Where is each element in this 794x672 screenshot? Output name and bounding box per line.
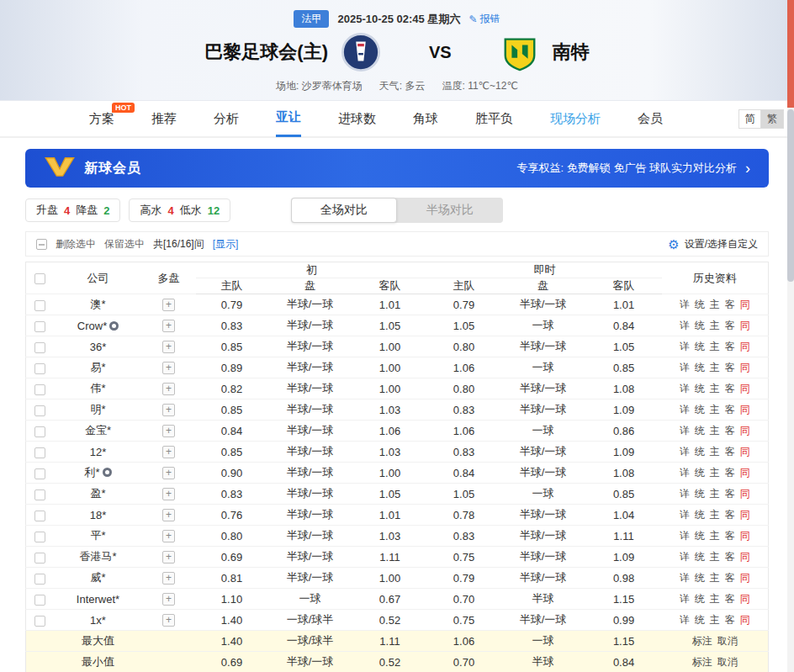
history-link[interactable]: 统 [695, 467, 705, 479]
history-link[interactable]: 同 [740, 593, 750, 605]
history-link[interactable]: 客 [725, 362, 735, 373]
scrollbar-thumb[interactable] [787, 109, 794, 282]
history-link[interactable]: 详 [680, 446, 690, 458]
expand-plus-button[interactable]: + [162, 488, 175, 500]
select-all-checkbox[interactable] [34, 273, 45, 284]
history-link[interactable]: 同 [740, 446, 750, 458]
expand-plus-button[interactable]: + [162, 383, 175, 395]
expand-plus-button[interactable]: + [162, 320, 175, 332]
history-link[interactable]: 统 [695, 404, 705, 415]
row-checkbox[interactable] [34, 532, 45, 542]
history-link[interactable]: 客 [725, 572, 735, 584]
history-link[interactable]: 详 [680, 467, 690, 479]
history-link[interactable]: 主 [710, 362, 720, 373]
history-link[interactable]: 同 [740, 299, 750, 310]
history-link[interactable]: 主 [710, 383, 720, 394]
history-link[interactable]: 主 [710, 467, 720, 479]
history-link[interactable]: 主 [710, 404, 720, 415]
row-checkbox[interactable] [34, 384, 45, 395]
row-checkbox[interactable] [34, 342, 45, 353]
history-link[interactable]: 主 [710, 446, 720, 458]
row-checkbox[interactable] [34, 468, 45, 479]
tab-plans[interactable]: 方案HOT [89, 100, 114, 137]
row-checkbox[interactable] [34, 489, 45, 500]
history-link[interactable]: 主 [710, 593, 720, 605]
history-link[interactable]: 详 [680, 572, 690, 584]
history-link[interactable]: 统 [695, 593, 705, 605]
row-checkbox[interactable] [34, 511, 45, 521]
summary-action[interactable]: 标注 [692, 635, 712, 647]
show-link[interactable]: [显示] [213, 237, 239, 251]
history-link[interactable]: 详 [680, 404, 690, 415]
history-link[interactable]: 主 [710, 425, 720, 437]
report-error-link[interactable]: ✎ 报错 [468, 12, 500, 26]
row-checkbox[interactable] [34, 405, 45, 416]
history-link[interactable]: 详 [680, 383, 690, 394]
history-link[interactable]: 主 [710, 530, 720, 542]
row-checkbox[interactable] [34, 553, 45, 564]
history-link[interactable]: 同 [740, 383, 750, 394]
filter-updown-pill[interactable]: 升盘4 降盘2 [25, 198, 120, 222]
tab-asian-handicap[interactable]: 亚让 [276, 100, 301, 137]
row-checkbox[interactable] [34, 321, 45, 332]
history-link[interactable]: 同 [740, 362, 750, 373]
history-link[interactable]: 同 [740, 509, 750, 521]
history-link[interactable]: 详 [680, 530, 690, 542]
history-link[interactable]: 统 [695, 299, 705, 310]
lang-simplified-button[interactable]: 简 [738, 109, 761, 129]
history-link[interactable]: 详 [680, 320, 690, 331]
summary-action[interactable]: 取消 [717, 656, 738, 668]
history-link[interactable]: 主 [710, 488, 720, 500]
history-link[interactable]: 主 [710, 551, 720, 563]
history-link[interactable]: 客 [725, 320, 735, 331]
expand-plus-button[interactable]: + [162, 551, 175, 564]
history-link[interactable]: 统 [695, 446, 705, 458]
history-link[interactable]: 同 [740, 341, 750, 352]
expand-plus-button[interactable]: + [162, 425, 175, 437]
history-link[interactable]: 统 [695, 320, 705, 331]
keep-selected-button[interactable]: 保留选中 [104, 237, 145, 251]
row-checkbox[interactable] [34, 616, 45, 627]
history-link[interactable]: 统 [695, 614, 705, 626]
history-link[interactable]: 客 [725, 383, 735, 394]
tab-corners[interactable]: 角球 [413, 100, 438, 137]
expand-plus-button[interactable]: + [162, 572, 175, 585]
expand-plus-button[interactable]: + [162, 341, 175, 353]
history-link[interactable]: 同 [740, 425, 750, 437]
row-checkbox[interactable] [34, 300, 45, 311]
history-link[interactable]: 客 [725, 488, 735, 500]
history-link[interactable]: 详 [680, 341, 690, 352]
summary-action[interactable]: 标注 [692, 656, 712, 668]
history-link[interactable]: 主 [710, 299, 720, 310]
expand-plus-button[interactable]: + [162, 593, 175, 606]
delete-selected-button[interactable]: 删除选中 [56, 237, 96, 251]
history-link[interactable]: 客 [725, 530, 735, 542]
history-link[interactable]: 详 [680, 488, 690, 500]
history-link[interactable]: 详 [680, 551, 690, 563]
history-link[interactable]: 同 [740, 572, 750, 584]
history-link[interactable]: 统 [695, 530, 705, 542]
history-link[interactable]: 客 [725, 404, 735, 415]
row-checkbox[interactable] [34, 595, 45, 606]
history-link[interactable]: 客 [725, 425, 735, 437]
vip-benefits-link[interactable]: 专享权益: 免费解锁 免广告 球队实力对比分析 › [517, 161, 750, 176]
history-link[interactable]: 详 [680, 362, 690, 373]
select-toggle-checkbox[interactable] [36, 239, 47, 250]
history-link[interactable]: 客 [725, 593, 735, 605]
history-link[interactable]: 详 [680, 509, 690, 521]
history-link[interactable]: 客 [725, 551, 735, 563]
row-checkbox[interactable] [34, 447, 45, 458]
history-link[interactable]: 统 [695, 572, 705, 584]
history-link[interactable]: 详 [680, 614, 690, 626]
history-link[interactable]: 同 [740, 404, 750, 415]
filter-water-pill[interactable]: 高水4 低水12 [129, 198, 230, 222]
history-link[interactable]: 详 [680, 299, 690, 310]
history-link[interactable]: 同 [740, 488, 750, 500]
summary-action[interactable]: 取消 [717, 635, 738, 647]
row-checkbox[interactable] [34, 363, 45, 374]
history-link[interactable]: 同 [740, 467, 750, 479]
tab-1x2[interactable]: 胜平负 [475, 100, 513, 137]
expand-plus-button[interactable]: + [162, 446, 175, 458]
expand-plus-button[interactable]: + [162, 530, 175, 542]
history-link[interactable]: 主 [710, 572, 720, 584]
